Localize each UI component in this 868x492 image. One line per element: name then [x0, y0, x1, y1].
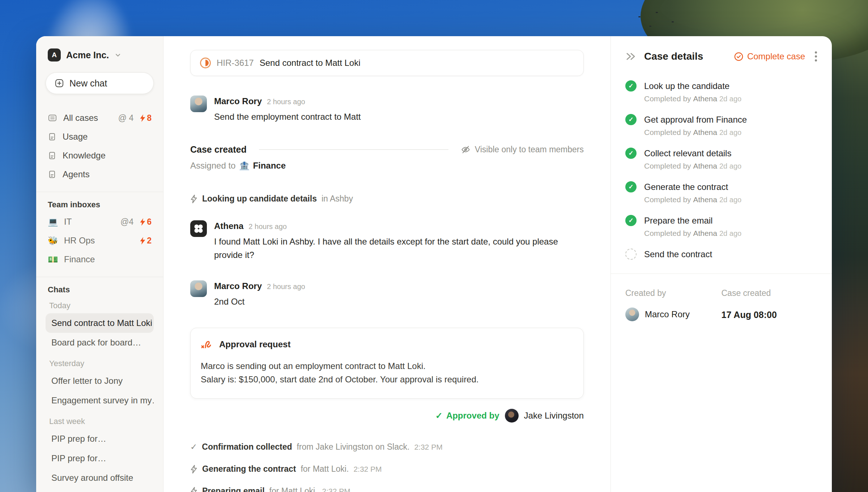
athena-logo	[190, 220, 207, 237]
created-by-name: Marco Rory	[645, 309, 690, 319]
bank-icon: 🏦	[239, 161, 250, 171]
chat-item-offer-letter[interactable]: Offer letter to Jony	[46, 371, 154, 391]
sidebar-item-label: Usage	[63, 132, 88, 142]
workspace-switcher[interactable]: A Acme Inc.	[46, 48, 154, 62]
sidebar-item-usage[interactable]: Usage	[46, 127, 154, 146]
chat-group-label: Last week	[46, 417, 154, 426]
task-title: Look up the candidate	[644, 81, 729, 91]
task-title: Collect relevant details	[644, 148, 731, 158]
divider	[36, 277, 163, 277]
kebab-menu-icon[interactable]	[814, 51, 817, 62]
complete-case-button[interactable]: Complete case	[734, 51, 805, 62]
approver-name: Jake Livingston	[524, 411, 584, 421]
message-text: 2nd Oct	[214, 295, 305, 308]
bolt-badge: 2	[140, 236, 152, 246]
case-meta: Created by Marco Rory Case created 17 Au…	[625, 288, 817, 321]
assigned-row: Assigned to 🏦 Finance	[190, 161, 584, 171]
task-title: Generate the contract	[644, 182, 728, 192]
message-text: Send the employment contract to Matt	[214, 110, 361, 123]
approval-title: Approval request	[219, 339, 290, 349]
task-done-icon: ✓	[625, 80, 637, 92]
divider	[611, 273, 832, 274]
task-item: ✓ Prepare the email Completed by Athena2…	[625, 215, 817, 238]
chat-main: HIR-3617 Send contract to Matt Loki Marc…	[163, 36, 610, 492]
workspace-avatar: A	[48, 48, 61, 62]
sidebar-item-label: All cases	[63, 113, 98, 123]
laptop-icon: 💻	[48, 217, 58, 227]
mention-badge: @ 4	[118, 113, 134, 123]
inbox-label: HR Ops	[64, 236, 95, 246]
avatar	[190, 280, 207, 297]
bolt-icon	[140, 237, 146, 245]
message-time: 2 hours ago	[267, 283, 305, 291]
inbox-label: Finance	[64, 254, 95, 264]
message-time: 2 hours ago	[248, 222, 287, 231]
message-text: I found Matt Loki in Ashby. I have all t…	[214, 235, 584, 262]
bolt-badge: 6	[140, 217, 152, 227]
chat-item-feedback-managers[interactable]: Feedback for managers	[46, 488, 154, 492]
activity-detail: in Ashby	[322, 194, 353, 204]
money-icon: 💵	[48, 255, 58, 264]
new-chat-button[interactable]: New chat	[46, 72, 154, 94]
case-created-label: Case created	[722, 288, 818, 298]
chat-item-send-contract[interactable]: Send contract to Matt Loki	[46, 313, 154, 333]
timeline-title: Preparing email	[202, 486, 265, 492]
task-title: Get approval from Finance	[644, 115, 747, 125]
chats-title: Chats	[46, 285, 154, 294]
circle-check-icon	[734, 52, 744, 62]
timeline-time: 2:32 PM	[322, 487, 350, 492]
case-id: HIR-3617	[217, 58, 254, 68]
chat-item-survey-offsite[interactable]: Survey around offsite	[46, 468, 154, 488]
inbox-label: IT	[64, 217, 72, 227]
message: Marco Rory 2 hours ago 2nd Oct	[190, 280, 584, 308]
chat-group-label: Today	[46, 301, 154, 310]
inbox-item-hr-ops[interactable]: 🐝 HR Ops 2	[46, 231, 154, 250]
inbox-item-finance[interactable]: 💵 Finance	[46, 250, 154, 269]
chat-item-board-pack[interactable]: Board pack for board…	[46, 333, 154, 352]
timeline-time: 2:32 PM	[414, 443, 442, 451]
bee-icon: 🐝	[48, 236, 58, 246]
chat-group-label: Yesterday	[46, 359, 154, 368]
avatar	[190, 96, 207, 112]
message: Athena 2 hours ago I found Matt Loki in …	[190, 220, 584, 262]
chat-item-pip-prep-2[interactable]: PIP prep for…	[46, 449, 154, 468]
task-item: ✓ Generate the contract Completed by Ath…	[625, 181, 817, 204]
timeline-detail: from Jake Livingston on Slack.	[297, 442, 409, 452]
activity-title: Looking up candidate details	[202, 194, 317, 204]
timeline-title: Generating the contract	[202, 464, 296, 474]
task-title: Prepare the email	[644, 216, 712, 226]
sidebar-item-label: Agents	[63, 169, 90, 179]
check-icon: ✓	[435, 411, 443, 421]
document-icon	[48, 151, 56, 160]
case-created-divider: Case created Visible only to team member…	[190, 144, 584, 155]
sidebar-item-all-cases[interactable]: All cases @ 4 8	[46, 109, 154, 127]
task-item: ✓ Get approval from Finance Completed by…	[625, 114, 817, 137]
task-done-icon: ✓	[625, 215, 637, 226]
sidebar-item-label: Knowledge	[63, 150, 106, 161]
workspace-name: Acme Inc.	[66, 50, 109, 60]
task-done-icon: ✓	[625, 181, 637, 192]
message-author: Athena	[214, 221, 243, 231]
avatar	[625, 308, 639, 321]
task-done-icon: ✓	[625, 114, 637, 125]
in-progress-status-icon	[200, 58, 211, 68]
sidebar-item-agents[interactable]: Agents	[46, 165, 154, 184]
sidebar-item-knowledge[interactable]: Knowledge	[46, 146, 154, 165]
collapse-panel-icon[interactable]	[625, 52, 636, 61]
task-list: ✓ Look up the candidate Completed by Ath…	[625, 80, 817, 260]
avatar	[505, 409, 519, 423]
message-time: 2 hours ago	[267, 98, 305, 106]
case-created-date: 17 Aug 08:00	[722, 310, 818, 320]
timeline: ✓ Confirmation collected from Jake Livin…	[190, 442, 584, 492]
new-chat-label: New chat	[69, 78, 107, 89]
chat-item-engagement-survey[interactable]: Engagement survey in my…	[46, 391, 154, 410]
chat-item-pip-prep-1[interactable]: PIP prep for…	[46, 429, 154, 449]
panel-title: Case details	[644, 51, 734, 62]
approval-line: Salary is: $150,000, start date 2nd of O…	[201, 373, 573, 386]
message-author: Marco Rory	[214, 281, 262, 291]
sidebar-nav: All cases @ 4 8 Usage Knowledge	[46, 109, 154, 184]
timeline-detail: for Matt Loki.	[269, 486, 318, 492]
approval-line: Marco is sending out an employment contr…	[201, 359, 573, 373]
inbox-item-it[interactable]: 💻 IT @4 6	[46, 212, 154, 231]
list-icon	[48, 113, 57, 123]
